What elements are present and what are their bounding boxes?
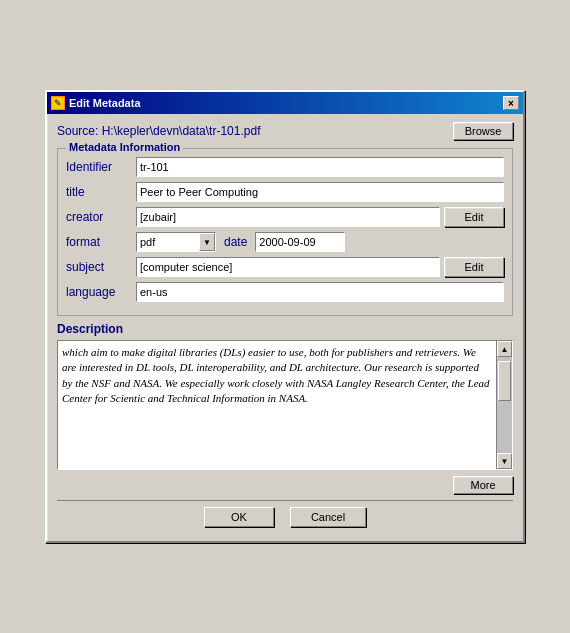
window-icon: ✎	[51, 96, 65, 110]
creator-row: creator Edit	[66, 207, 504, 227]
subject-label: subject	[66, 260, 136, 274]
language-input[interactable]	[136, 282, 504, 302]
more-row: More	[57, 476, 513, 494]
browse-button[interactable]: Browse	[453, 122, 513, 140]
source-path: Source: H:\kepler\devn\data\tr-101.pdf	[57, 124, 260, 138]
date-input[interactable]	[255, 232, 345, 252]
title-bar-left: ✎ Edit Metadata	[51, 96, 141, 110]
window-title: Edit Metadata	[69, 97, 141, 109]
format-label: format	[66, 235, 136, 249]
scrollbar: ▲ ▼	[496, 341, 512, 469]
format-value: pdf	[137, 236, 199, 248]
metadata-group-label: Metadata Information	[66, 141, 183, 153]
creator-edit-button[interactable]: Edit	[444, 207, 504, 227]
description-area: which aim to make digital libraries (DLs…	[57, 340, 513, 470]
title-bar: ✎ Edit Metadata ×	[47, 92, 523, 114]
title-label: title	[66, 185, 136, 199]
scroll-up-button[interactable]: ▲	[497, 341, 512, 357]
format-select[interactable]: pdf ▼	[136, 232, 216, 252]
format-row: format pdf ▼ date	[66, 232, 504, 252]
scroll-down-icon: ▼	[501, 457, 509, 466]
metadata-group: Metadata Information Identifier title cr…	[57, 148, 513, 316]
scrollbar-thumb[interactable]	[498, 361, 511, 401]
identifier-input[interactable]	[136, 157, 504, 177]
subject-input[interactable]	[136, 257, 440, 277]
identifier-row: Identifier	[66, 157, 504, 177]
window-content: Source: H:\kepler\devn\data\tr-101.pdf B…	[47, 114, 523, 541]
description-section: Description which aim to make digital li…	[57, 322, 513, 470]
bottom-buttons: OK Cancel	[57, 500, 513, 531]
scrollbar-track[interactable]	[497, 357, 512, 453]
identifier-label: Identifier	[66, 160, 136, 174]
creator-label: creator	[66, 210, 136, 224]
source-row: Source: H:\kepler\devn\data\tr-101.pdf B…	[57, 122, 513, 140]
format-dropdown-arrow[interactable]: ▼	[199, 233, 215, 251]
close-button[interactable]: ×	[503, 96, 519, 110]
description-label: Description	[57, 322, 513, 336]
date-label: date	[224, 235, 247, 249]
scroll-down-button[interactable]: ▼	[497, 453, 512, 469]
cancel-button[interactable]: Cancel	[290, 507, 366, 527]
subject-field-group: Edit	[136, 257, 504, 277]
more-button[interactable]: More	[453, 476, 513, 494]
title-input[interactable]	[136, 182, 504, 202]
creator-field-group: Edit	[136, 207, 504, 227]
edit-metadata-dialog: ✎ Edit Metadata × Source: H:\kepler\devn…	[45, 90, 525, 543]
description-text[interactable]: which aim to make digital libraries (DLs…	[58, 341, 496, 469]
creator-input[interactable]	[136, 207, 440, 227]
subject-row: subject Edit	[66, 257, 504, 277]
language-label: language	[66, 285, 136, 299]
subject-edit-button[interactable]: Edit	[444, 257, 504, 277]
language-row: language	[66, 282, 504, 302]
title-row: title	[66, 182, 504, 202]
ok-button[interactable]: OK	[204, 507, 274, 527]
scroll-up-icon: ▲	[501, 345, 509, 354]
